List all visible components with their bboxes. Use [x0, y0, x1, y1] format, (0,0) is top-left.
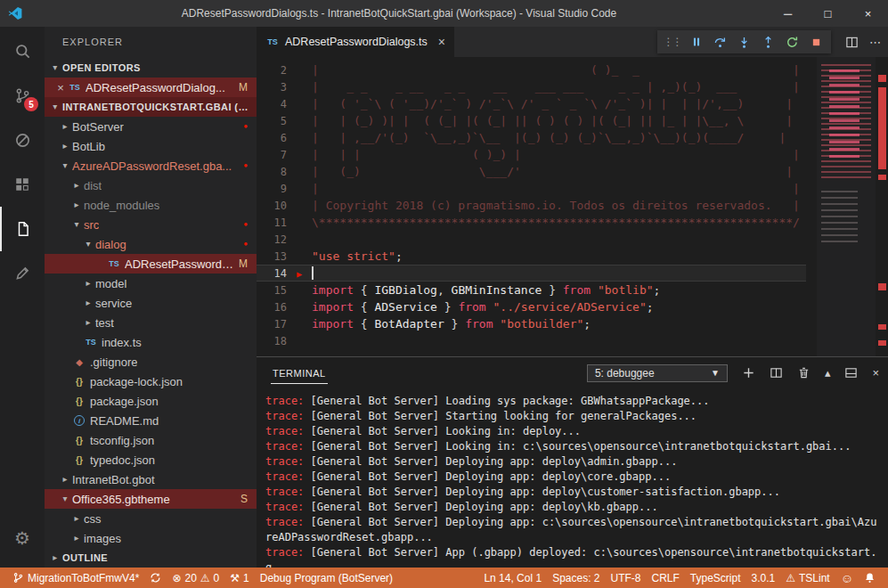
- line-number[interactable]: 4: [257, 98, 287, 110]
- line-number[interactable]: 6: [257, 132, 287, 144]
- line-number[interactable]: 3: [257, 81, 287, 94]
- open-editors-header[interactable]: ▾ OPEN EDITORS: [45, 58, 257, 78]
- tree-item-images[interactable]: ▸images: [45, 528, 257, 548]
- tree-item-package-json[interactable]: {}package.json: [45, 391, 257, 411]
- line-number[interactable]: 2: [257, 64, 287, 77]
- tree-item-index-ts[interactable]: TSindex.ts: [45, 332, 257, 352]
- chevron-up-icon[interactable]: ▴: [825, 367, 831, 379]
- workspace-header[interactable]: ▾ INTRANETBOTQUICKSTART.GBAI (WO...: [45, 97, 257, 117]
- tree-item-tsconfig-json[interactable]: {}tsconfig.json: [45, 430, 257, 450]
- explorer-view-button[interactable]: [0, 207, 45, 251]
- language-status[interactable]: TypeScript: [685, 568, 746, 588]
- warning-icon: ⚠: [786, 573, 795, 584]
- stop-button[interactable]: [804, 31, 828, 53]
- code-line: 12: [257, 231, 806, 248]
- tab-adresetpassworddialogs[interactable]: TS ADResetPasswordDialogs.ts ×: [257, 27, 454, 57]
- search-view-button[interactable]: [0, 29, 45, 73]
- notifications-status[interactable]: [859, 568, 881, 588]
- line-number[interactable]: 17: [257, 318, 287, 331]
- ts-version-status[interactable]: 3.0.1: [746, 568, 781, 588]
- source-control-view-button[interactable]: 5: [0, 73, 45, 118]
- line-number[interactable]: 9: [257, 183, 287, 195]
- tree-item-css[interactable]: ▸css: [45, 509, 257, 528]
- tslint-status[interactable]: ⚠ TSLint: [780, 568, 835, 588]
- line-number[interactable]: 14: [257, 267, 287, 280]
- tree-item-src[interactable]: ▾src●: [45, 215, 257, 234]
- edit-view-button[interactable]: [0, 251, 45, 296]
- tree-item-dist[interactable]: ▸dist: [45, 176, 257, 195]
- eol-status[interactable]: CRLF: [647, 568, 685, 588]
- line-number[interactable]: 16: [257, 301, 287, 314]
- line-number[interactable]: 12: [257, 233, 287, 246]
- line-number[interactable]: 13: [257, 250, 287, 263]
- feedback-status[interactable]: ☺: [835, 568, 859, 588]
- layout-icon[interactable]: [844, 366, 858, 380]
- line-number[interactable]: 5: [257, 115, 287, 127]
- tree-item-adresetpassworddial[interactable]: TSADResetPasswordDial...M: [45, 254, 257, 274]
- step-over-button[interactable]: [708, 31, 732, 53]
- step-into-button[interactable]: [732, 31, 756, 53]
- step-out-button[interactable]: [756, 31, 780, 53]
- tree-item-label: model: [95, 277, 126, 290]
- modified-dot-icon: ●: [243, 162, 248, 169]
- tree-item-botserver[interactable]: ▸BotServer●: [45, 117, 257, 136]
- plus-icon[interactable]: [742, 366, 755, 380]
- code-editor[interactable]: 2| ( )_ _ |3| _ _ _ __ _ _ __ ___ ___ _ …: [257, 57, 888, 356]
- maximize-button[interactable]: □: [808, 0, 848, 27]
- tree-item-package-lock-json[interactable]: {}package-lock.json: [45, 372, 257, 391]
- line-number[interactable]: 8: [257, 166, 287, 178]
- line-number[interactable]: 7: [257, 149, 287, 161]
- tree-item-node-modules[interactable]: ▸node_modules: [45, 195, 257, 215]
- minimap[interactable]: [817, 57, 876, 356]
- problems-status[interactable]: ⊗ 20 ⚠ 0: [167, 568, 224, 588]
- tree-item-gitignore[interactable]: ◆.gitignore: [45, 352, 257, 372]
- trash-icon[interactable]: [797, 366, 811, 380]
- close-editor-icon[interactable]: ×: [53, 82, 68, 94]
- tree-item-service[interactable]: ▸service: [45, 293, 257, 313]
- pause-icon: [690, 36, 703, 48]
- more-actions-icon[interactable]: ⋯: [869, 37, 881, 48]
- tree-item-office365-gbtheme[interactable]: ▾Office365.gbthemeS: [45, 489, 257, 509]
- minimize-button[interactable]: ─: [768, 0, 808, 27]
- split-editor-icon[interactable]: [845, 36, 859, 49]
- overview-ruler[interactable]: [876, 57, 888, 356]
- tasks-status[interactable]: ⚒ 1: [224, 568, 254, 588]
- terminal-output[interactable]: trace: [General Bot Server] Loading sys …: [257, 388, 888, 568]
- line-number[interactable]: 10: [257, 200, 287, 212]
- chevron-right-icon: ▸: [81, 298, 95, 307]
- tree-item-botlib[interactable]: ▸BotLib: [45, 136, 257, 156]
- tree-item-test[interactable]: ▸test: [45, 313, 257, 332]
- tree-item-azureadpasswordreset-gba[interactable]: ▾AzureADPasswordReset.gba...●: [45, 156, 257, 176]
- close-tab-icon[interactable]: ×: [438, 36, 445, 48]
- indentation-status[interactable]: Spaces: 2: [547, 568, 605, 588]
- line-number[interactable]: 18: [257, 335, 287, 347]
- tree-item-readme-md[interactable]: iREADME.md: [45, 411, 257, 430]
- extensions-view-button[interactable]: [0, 162, 45, 207]
- close-icon[interactable]: ×: [872, 367, 879, 379]
- tree-item-typedoc-json[interactable]: {}typedoc.json: [45, 450, 257, 470]
- tree-item-model[interactable]: ▸model: [45, 274, 257, 293]
- git-branch-status[interactable]: MigrationToBotFmwV4*: [7, 568, 144, 588]
- terminal-selector-dropdown[interactable]: 5: debuggee ▼: [587, 364, 728, 382]
- sync-status[interactable]: [144, 568, 167, 588]
- restart-button[interactable]: [780, 31, 804, 53]
- line-number[interactable]: 11: [257, 216, 287, 229]
- split-terminal-icon[interactable]: [770, 366, 783, 380]
- settings-button[interactable]: ⚙: [0, 516, 45, 560]
- chevron-right-icon: ▸: [69, 514, 84, 523]
- pause-button[interactable]: [684, 31, 708, 53]
- tree-item-intranetbot-gbot[interactable]: ▸IntranetBot.gbot: [45, 470, 257, 489]
- outline-header[interactable]: ▸ OUTLINE: [45, 548, 257, 568]
- debug-target-status[interactable]: Debug Program (BotServer): [255, 568, 398, 588]
- line-number[interactable]: 15: [257, 284, 287, 297]
- open-editor-item[interactable]: × TS ADResetPasswordDialog... M: [45, 78, 257, 97]
- chevron-right-icon: ▸: [69, 534, 84, 543]
- encoding-status[interactable]: UTF-8: [606, 568, 647, 588]
- terminal-tab[interactable]: TERMINAL: [271, 362, 328, 384]
- tree-item-dialog[interactable]: ▾dialog●: [45, 234, 257, 254]
- debug-view-button[interactable]: [0, 118, 45, 162]
- close-window-button[interactable]: ×: [848, 0, 888, 27]
- line-col-status[interactable]: Ln 14, Col 1: [478, 568, 547, 588]
- drag-grip-button[interactable]: ⋮⋮: [660, 31, 684, 53]
- vscode-window: ADResetPasswordDialogs.ts - IntranetBotQ…: [0, 0, 888, 588]
